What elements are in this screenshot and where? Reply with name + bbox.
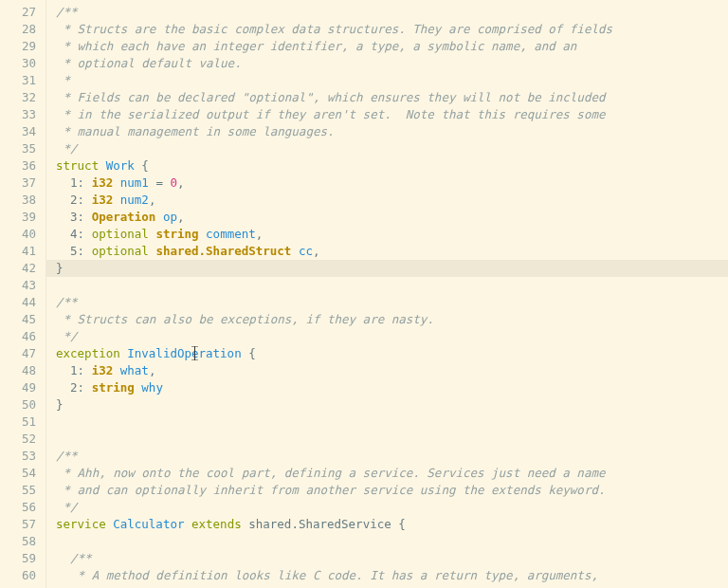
line-number: 48 (0, 362, 36, 379)
code-line[interactable]: /** (56, 294, 728, 311)
code-token: * and can optionally inherit from anothe… (56, 483, 605, 497)
code-line[interactable]: * optional default value. (56, 55, 728, 72)
code-line[interactable]: } (56, 396, 728, 413)
code-token: /** (56, 551, 92, 565)
code-token: * manual management in some languages. (56, 124, 335, 138)
code-line[interactable]: */ (56, 328, 728, 345)
line-number: 44 (0, 294, 36, 311)
code-token (291, 244, 299, 258)
code-line[interactable]: 4: optional string comment, (56, 226, 728, 243)
code-line[interactable]: service Calculator extends shared.Shared… (56, 516, 728, 533)
code-token (56, 227, 70, 241)
code-token: 0 (170, 175, 177, 190)
code-token: 1 (70, 175, 78, 190)
code-line[interactable] (56, 431, 728, 448)
code-token: * which each have an integer identifier,… (56, 39, 576, 53)
code-token: service (56, 517, 106, 531)
code-token: */ (56, 500, 78, 514)
code-token: 2 (70, 380, 78, 395)
code-line[interactable]: 2: i32 num2, (56, 192, 728, 209)
code-area[interactable]: /** * Structs are the basic complex data… (46, 0, 728, 588)
code-line[interactable]: * and can optionally inherit from anothe… (56, 482, 728, 499)
code-token: what (120, 363, 149, 377)
code-token: extends (191, 517, 242, 531)
line-number: 36 (0, 157, 36, 175)
code-token: * (56, 73, 70, 87)
code-line[interactable]: 3: Operation op, (56, 209, 728, 226)
code-token: , (313, 244, 320, 258)
code-token: shared.SharedStruct (155, 244, 291, 258)
code-line[interactable]: * Fields can be declared "optional", whi… (56, 89, 728, 106)
line-number: 33 (0, 106, 36, 123)
code-token: { (135, 158, 149, 173)
code-line[interactable]: 1: i32 num1 = 0, (56, 175, 728, 192)
code-line[interactable]: } (46, 260, 728, 277)
code-token: 4 (70, 227, 78, 241)
code-token: } (56, 261, 64, 275)
line-number: 35 (0, 140, 36, 157)
code-token: * Fields can be declared "optional", whi… (56, 90, 605, 104)
code-token: } (56, 397, 64, 412)
code-token: /** (56, 5, 78, 19)
code-token: shared.SharedService { (248, 517, 406, 531)
code-line[interactable]: 1: i32 what, (56, 362, 728, 379)
code-line[interactable]: struct Work { (56, 157, 728, 175)
line-number: 60 (0, 567, 36, 584)
code-token (56, 210, 70, 224)
code-token: i32 (92, 363, 114, 377)
code-line[interactable]: * (56, 72, 728, 89)
code-line[interactable]: * in the serialized output if they aren'… (56, 106, 728, 123)
code-token: 3 (70, 210, 78, 224)
code-token (113, 363, 120, 377)
code-token: , (177, 210, 185, 224)
code-line[interactable]: /** (56, 550, 728, 567)
line-number: 54 (0, 465, 36, 482)
line-number: 39 (0, 209, 36, 226)
code-token: , (256, 227, 264, 241)
code-line[interactable]: 5: optional shared.SharedStruct cc, (56, 243, 728, 260)
code-token (56, 175, 70, 190)
code-line[interactable]: */ (56, 140, 728, 157)
code-token (184, 517, 191, 531)
code-token: * Structs can also be exceptions, if the… (56, 312, 434, 326)
line-number: 47 (0, 345, 36, 362)
code-token (99, 158, 106, 173)
code-token (155, 210, 163, 224)
code-token: cc (299, 244, 313, 258)
code-line[interactable] (56, 277, 728, 294)
line-number: 34 (0, 123, 36, 140)
code-line[interactable]: /** (56, 4, 728, 21)
line-number: 42 (0, 260, 36, 277)
code-line[interactable]: * which each have an integer identifier,… (56, 38, 728, 55)
line-number: 40 (0, 226, 36, 243)
code-token: Operation (92, 210, 156, 224)
code-token: { (242, 346, 256, 360)
code-token: , (149, 363, 156, 377)
code-token: : (78, 193, 92, 207)
code-token (113, 175, 120, 190)
line-number: 30 (0, 55, 36, 72)
code-token (56, 380, 70, 395)
code-line[interactable]: * A method definition looks like C code.… (56, 567, 728, 584)
code-line[interactable]: exception InvalidOperation { (56, 345, 728, 362)
code-line[interactable] (56, 533, 728, 550)
code-token: 1 (70, 363, 78, 377)
code-line[interactable]: 2: string why (56, 379, 728, 396)
code-line[interactable]: * Ahh, now onto the cool part, defining … (56, 465, 728, 482)
code-line[interactable]: */ (56, 499, 728, 516)
code-token: i32 (92, 193, 114, 207)
code-token: num1 (120, 175, 149, 190)
code-token: string (155, 227, 198, 241)
code-line[interactable]: * Structs can also be exceptions, if the… (56, 311, 728, 328)
code-token: Calculator (113, 517, 184, 531)
code-token: : (78, 244, 92, 258)
code-line[interactable]: /** (56, 448, 728, 465)
code-token: , (177, 175, 185, 190)
code-line[interactable] (56, 413, 728, 431)
code-token: * optional default value. (56, 56, 242, 70)
line-number: 50 (0, 396, 36, 413)
code-line[interactable]: * manual management in some languages. (56, 123, 728, 140)
code-editor[interactable]: 2728293031323334353637383940414243444546… (0, 0, 728, 588)
code-line[interactable]: * Structs are the basic complex data str… (56, 21, 728, 38)
code-token: : (78, 380, 92, 395)
